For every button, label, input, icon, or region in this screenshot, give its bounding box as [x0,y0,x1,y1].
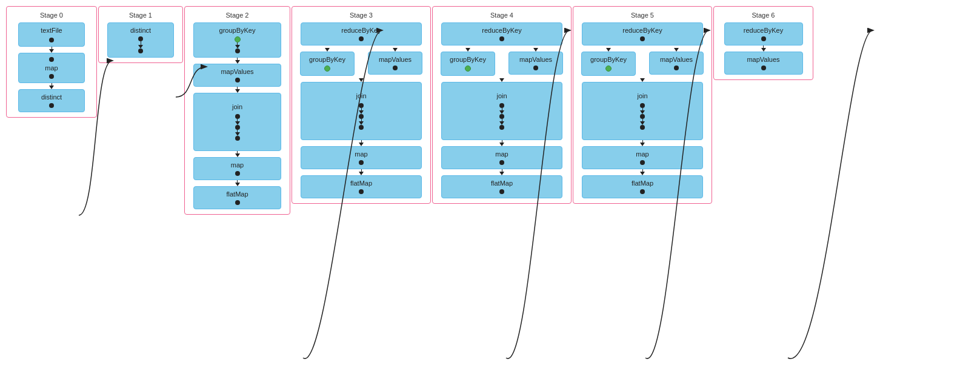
dot-textfile [49,38,54,42]
dot-mv-2 [235,78,240,82]
node-groupbykey-4: groupByKey [441,52,495,76]
node-reducebykey-6: reduceByKey [724,22,803,45]
dot-map-0 [49,57,54,62]
node-join-5: join [582,82,703,140]
node-mapvalues-4: mapValues [508,52,563,75]
dot-map-4 [499,160,504,165]
dot-rbk-6 [761,36,766,41]
node-map-0: map [18,53,85,83]
dot-map-3 [359,160,364,165]
dot-join-5-2 [640,114,645,119]
dot-distinct-1-bot [138,49,143,53]
dot-join-4-2 [499,114,504,119]
stage-0-label: Stage 0 [10,12,93,19]
stage-5: Stage 5 reduceByKey groupByKey mapVal [573,6,712,204]
stage-1: Stage 1 distinct [98,6,183,63]
node-join-4: join [441,82,562,140]
node-textfile: textFile [18,22,85,47]
dot-green-4 [465,66,471,72]
stage-4-label: Stage 4 [436,12,567,19]
dot-distinct-0 [49,103,54,108]
stage-5-label: Stage 5 [577,12,708,19]
stage-6: Stage 6 reduceByKey mapValues [713,6,813,80]
dot-mv-5 [674,66,679,70]
dot-rbk-4 [499,36,504,41]
node-flatmap-4: flatMap [441,175,562,198]
dot-green-5 [605,66,612,72]
node-mapvalues-5: mapValues [649,52,704,75]
node-flatmap-3: flatMap [301,175,422,198]
dot-join-3-2 [359,114,364,119]
dot-rbk-5 [640,36,645,41]
dot-mv-4 [533,66,538,70]
dot-green-2 [235,36,241,42]
stage-2: Stage 2 groupByKey mapValues join [184,6,290,215]
dot-map-0-b [49,74,54,79]
dot-join-2-1 [235,114,240,119]
stage-1-label: Stage 1 [102,12,179,19]
dot-join-3-1 [359,103,364,108]
dot-flatmap-5 [640,189,645,194]
node-mapvalues-3: mapValues [368,52,422,75]
node-map-4: map [441,146,562,169]
node-map-5: map [582,146,703,169]
node-distinct-0: distinct [18,89,85,112]
node-map-2: map [193,157,281,180]
dot-join-4-1 [499,103,504,108]
stage-2-label: Stage 2 [188,12,286,19]
dot-flatmap-3 [359,189,364,194]
dot-join-3-3 [359,125,364,130]
dot-distinct-1-top [138,36,143,41]
node-reducebykey-3: reduceByKey [301,22,422,45]
dot-map-2 [235,171,240,176]
dot-join-2-2 [235,125,240,130]
dot-rbk-3 [359,36,364,41]
dot-gbk-2-bot [235,49,240,53]
dot-mv-6 [761,66,766,70]
dot-join-5-1 [640,103,645,108]
node-mapvalues-2: mapValues [193,64,281,87]
dot-join-5-3 [640,125,645,130]
dot-map-5 [640,160,645,165]
node-groupbykey-2: groupByKey [193,22,281,58]
dot-join-4-3 [499,125,504,130]
node-flatmap-5: flatMap [582,175,703,198]
stage-4: Stage 4 reduceByKey groupByKey mapVal [432,6,572,204]
stage-3: Stage 3 reduceByKey groupByKey [292,6,431,204]
stage-0: Stage 0 textFile map distinct [6,6,97,118]
node-join-3: join [301,82,422,140]
node-groupbykey-3: groupByKey [300,52,355,76]
node-map-3: map [301,146,422,169]
dot-flatmap-2 [235,200,240,205]
node-mapvalues-6: mapValues [724,52,803,75]
dot-green-3 [324,66,330,72]
dot-join-2-3 [235,136,240,141]
node-flatmap-2: flatMap [193,186,281,209]
pipeline-container: Stage 0 textFile map distinct [0,0,980,390]
dot-mv-3 [393,66,398,70]
stage-6-label: Stage 6 [718,12,809,19]
stage-3-label: Stage 3 [296,12,427,19]
node-groupbykey-5: groupByKey [581,52,636,76]
node-join-2: join [193,93,281,151]
node-reducebykey-5: reduceByKey [582,22,703,45]
node-distinct-1: distinct [107,22,174,58]
node-reducebykey-4: reduceByKey [441,22,562,45]
dot-flatmap-4 [499,189,504,194]
